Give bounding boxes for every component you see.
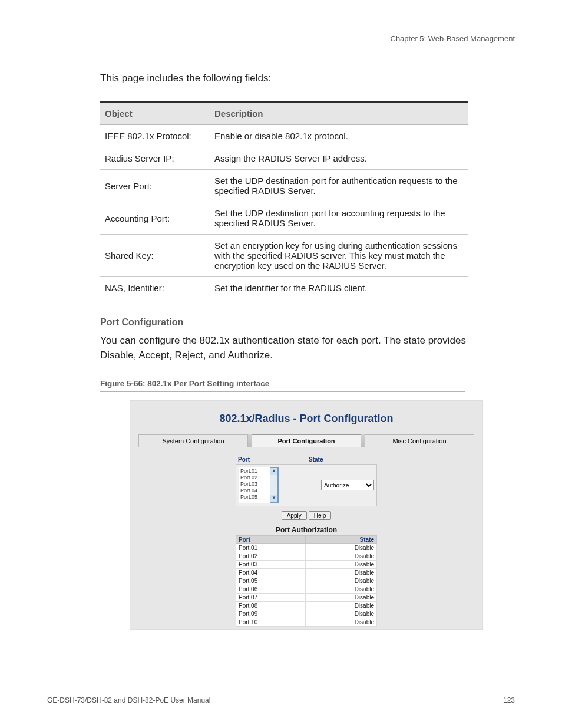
- cfg-head-port: Port: [236, 455, 306, 464]
- chapter-header: Chapter 5: Web-Based Management: [47, 34, 515, 43]
- gui-title: 802.1x/Radius - Port Configuration: [138, 413, 474, 425]
- tab-misc-configuration[interactable]: Misc Configuration: [365, 434, 474, 447]
- auth-row: Port.09Disable: [236, 610, 377, 618]
- port-authorization-table: Port State Port.01Disable Port.02Disable…: [236, 535, 377, 627]
- cfg-head-state: State: [306, 455, 377, 464]
- auth-head-state: State: [305, 536, 376, 544]
- intro-text: This page includes the following fields:: [100, 73, 515, 84]
- auth-head-port: Port: [236, 536, 306, 544]
- port-configuration-body: You can configure the 802.1x authenticat…: [100, 334, 477, 363]
- auth-row: Port.07Disable: [236, 594, 377, 602]
- tab-row: System Configuration Port Configuration …: [138, 434, 474, 447]
- port-listbox[interactable]: Port.01 Port.02 Port.03 Port.04 Port.05 …: [239, 467, 279, 503]
- table-row: Server Port:Set the UDP destination port…: [100, 170, 468, 202]
- tab-system-configuration[interactable]: System Configuration: [138, 434, 248, 447]
- tab-port-configuration[interactable]: Port Configuration: [252, 434, 361, 447]
- port-authorization-title: Port Authorization: [138, 526, 474, 534]
- table-row: Shared Key:Set an encryption key for usi…: [100, 235, 468, 277]
- scroll-down-icon[interactable]: ▼: [270, 495, 278, 503]
- port-configuration-heading: Port Configuration: [100, 317, 515, 328]
- help-button[interactable]: Help: [309, 511, 332, 520]
- page-footer: GE-DSH-73/DSH-82 and DSH-82-PoE User Man…: [47, 696, 515, 704]
- figure-rule: [100, 391, 465, 392]
- auth-row: Port.02Disable: [236, 552, 377, 561]
- footer-page-number: 123: [503, 696, 515, 704]
- auth-row: Port.08Disable: [236, 602, 377, 610]
- auth-row: Port.06Disable: [236, 585, 377, 594]
- auth-row: Port.03Disable: [236, 561, 377, 569]
- auth-row: Port.10Disable: [236, 618, 377, 627]
- gui-screenshot: 802.1x/Radius - Port Configuration Syste…: [130, 400, 483, 630]
- auth-row: Port.05Disable: [236, 577, 377, 585]
- footer-manual-title: GE-DSH-73/DSH-82 and DSH-82-PoE User Man…: [47, 696, 210, 704]
- col-description: Description: [210, 102, 468, 125]
- table-row: Accounting Port:Set the UDP destination …: [100, 202, 468, 235]
- auth-row: Port.01Disable: [236, 544, 377, 552]
- state-select[interactable]: Authorize: [321, 480, 374, 490]
- config-box: Port State Port.01 Port.02 Port.03 Port.…: [236, 455, 377, 506]
- table-row: NAS, Identifier:Set the identifier for t…: [100, 277, 468, 299]
- apply-button[interactable]: Apply: [282, 511, 307, 520]
- fields-table: Object Description IEEE 802.1x Protocol:…: [100, 101, 468, 299]
- table-row: Radius Server IP:Assign the RADIUS Serve…: [100, 147, 468, 170]
- auth-row: Port.04Disable: [236, 569, 377, 577]
- scrollbar-track[interactable]: [270, 475, 278, 496]
- table-row: IEEE 802.1x Protocol:Enable or disable 8…: [100, 125, 468, 147]
- figure-caption: Figure 5-66: 802.1x Per Port Setting int…: [100, 379, 515, 388]
- col-object: Object: [100, 102, 210, 125]
